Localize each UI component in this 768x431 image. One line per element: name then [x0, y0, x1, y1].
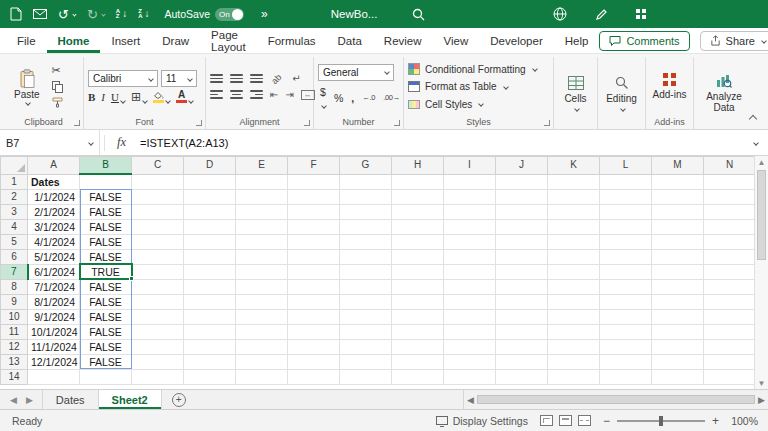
cell-H7[interactable] [392, 264, 444, 279]
cell-G2[interactable] [340, 189, 392, 204]
cell-B1[interactable] [80, 174, 132, 189]
insert-function-button[interactable]: fx [109, 135, 134, 150]
row-header-12[interactable]: 12 [1, 339, 28, 354]
cell-E1[interactable] [236, 174, 288, 189]
cell-B3[interactable]: FALSE [80, 204, 132, 219]
vertical-scrollbar[interactable]: ▲ ▼ [754, 156, 768, 389]
cell-M7[interactable] [652, 264, 704, 279]
scroll-up-icon[interactable]: ▲ [758, 156, 766, 168]
tab-file[interactable]: File [6, 28, 47, 53]
tab-data[interactable]: Data [327, 28, 373, 53]
cell-N13[interactable] [704, 354, 756, 369]
workbook-title[interactable]: NewBo... [331, 8, 382, 20]
cell-J14[interactable] [496, 369, 548, 384]
redo-button[interactable]: ↻ [87, 8, 105, 21]
cell-A11[interactable]: 10/1/2024 [28, 324, 80, 339]
autosave-control[interactable]: AutoSave On [165, 8, 245, 21]
cell-K1[interactable] [548, 174, 600, 189]
cell-M6[interactable] [652, 249, 704, 264]
cell-C7[interactable] [132, 264, 184, 279]
column-header-L[interactable]: L [600, 157, 652, 175]
cell-E7[interactable] [236, 264, 288, 279]
cell-E6[interactable] [236, 249, 288, 264]
cell-H10[interactable] [392, 309, 444, 324]
row-header-14[interactable]: 14 [1, 369, 28, 384]
cell-F3[interactable] [288, 204, 340, 219]
cell-G13[interactable] [340, 354, 392, 369]
number-format-select[interactable]: General [318, 64, 394, 81]
italic-button[interactable]: I [101, 92, 105, 103]
cell-G14[interactable] [340, 369, 392, 384]
page-break-view-button[interactable] [578, 415, 591, 426]
email-icon[interactable] [33, 9, 47, 19]
cell-A10[interactable]: 9/1/2024 [28, 309, 80, 324]
sheet-tab-sheet2[interactable]: Sheet2 [98, 390, 162, 409]
cell-L4[interactable] [600, 219, 652, 234]
row-header-9[interactable]: 9 [1, 294, 28, 309]
cell-L6[interactable] [600, 249, 652, 264]
cell-G11[interactable] [340, 324, 392, 339]
editing-button[interactable]: Editing [602, 58, 641, 129]
font-name-select[interactable]: Calibri [88, 70, 158, 87]
clipboard-dialog-launcher[interactable] [74, 120, 80, 126]
row-header-6[interactable]: 6 [1, 249, 28, 264]
cell-C14[interactable] [132, 369, 184, 384]
font-size-select[interactable]: 11 [161, 70, 197, 87]
cell-L9[interactable] [600, 294, 652, 309]
cell-D6[interactable] [184, 249, 236, 264]
number-dialog-launcher[interactable] [394, 120, 400, 126]
analyze-data-button[interactable]: Analyze Data [698, 58, 750, 129]
cell-B13[interactable]: FALSE [80, 354, 132, 369]
underline-button[interactable]: U [111, 92, 125, 103]
cell-C1[interactable] [132, 174, 184, 189]
cell-C10[interactable] [132, 309, 184, 324]
cell-J11[interactable] [496, 324, 548, 339]
cell-F6[interactable] [288, 249, 340, 264]
align-left-icon[interactable] [210, 90, 223, 99]
cell-E11[interactable] [236, 324, 288, 339]
cell-L3[interactable] [600, 204, 652, 219]
cell-C12[interactable] [132, 339, 184, 354]
column-header-F[interactable]: F [288, 157, 340, 175]
format-as-table-button[interactable]: Format as Table [408, 78, 537, 95]
merge-center-icon[interactable]: ↔ [301, 90, 315, 100]
cell-E8[interactable] [236, 279, 288, 294]
fill-handle[interactable] [129, 276, 134, 281]
cell-K5[interactable] [548, 234, 600, 249]
cell-M12[interactable] [652, 339, 704, 354]
cell-D11[interactable] [184, 324, 236, 339]
increase-indent-icon[interactable]: ⇥ [285, 90, 293, 100]
cell-J8[interactable] [496, 279, 548, 294]
zoom-level[interactable]: 100% [726, 415, 758, 427]
cell-A6[interactable]: 5/1/2024 [28, 249, 80, 264]
new-sheet-button[interactable]: + [172, 393, 186, 407]
cell-F5[interactable] [288, 234, 340, 249]
tab-draw[interactable]: Draw [151, 28, 200, 53]
autosave-toggle[interactable]: On [215, 8, 244, 21]
row-header-1[interactable]: 1 [1, 174, 28, 189]
cell-K14[interactable] [548, 369, 600, 384]
share-button[interactable]: Share [700, 31, 768, 51]
cell-I6[interactable] [444, 249, 496, 264]
cell-D9[interactable] [184, 294, 236, 309]
comma-format-button[interactable]: , [351, 92, 354, 104]
cell-J12[interactable] [496, 339, 548, 354]
cell-N11[interactable] [704, 324, 756, 339]
cell-E14[interactable] [236, 369, 288, 384]
cell-K9[interactable] [548, 294, 600, 309]
cell-C13[interactable] [132, 354, 184, 369]
cell-G9[interactable] [340, 294, 392, 309]
cell-J7[interactable] [496, 264, 548, 279]
cell-F2[interactable] [288, 189, 340, 204]
column-header-K[interactable]: K [548, 157, 600, 175]
page-layout-view-button[interactable] [559, 415, 572, 426]
cell-A8[interactable]: 7/1/2024 [28, 279, 80, 294]
cell-K2[interactable] [548, 189, 600, 204]
cell-I4[interactable] [444, 219, 496, 234]
cell-I1[interactable] [444, 174, 496, 189]
cell-F8[interactable] [288, 279, 340, 294]
column-header-B[interactable]: B [80, 157, 132, 175]
cell-I7[interactable] [444, 264, 496, 279]
cut-icon[interactable]: ✂ [52, 65, 61, 77]
tab-formulas[interactable]: Formulas [257, 28, 327, 53]
